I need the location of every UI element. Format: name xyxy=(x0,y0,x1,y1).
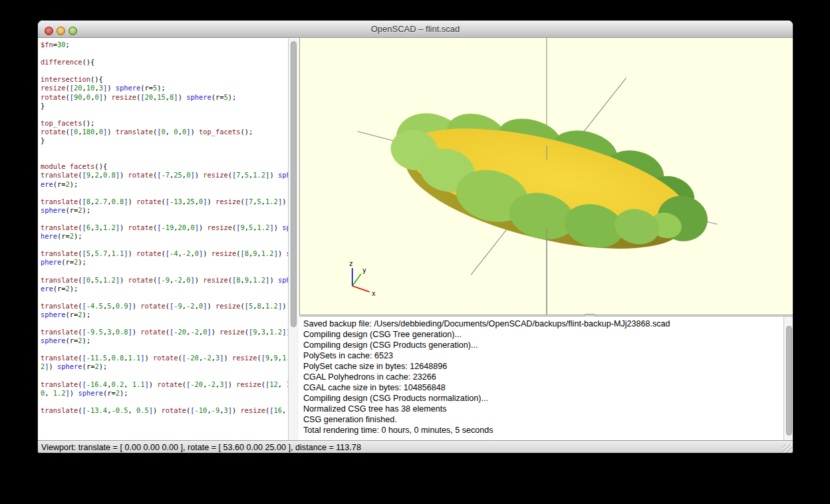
code-line: phere(r=2); xyxy=(41,258,288,267)
axis-label-y: y xyxy=(362,267,366,274)
code-line: translate([-16.4,0.2, 1.1]) rotate([-20,… xyxy=(41,380,288,389)
editor-scrollbar[interactable] xyxy=(288,39,299,440)
code-line: translate([5,5.7,1.1]) rotate([-4,-2,0])… xyxy=(41,249,288,258)
code-line: $fn=30; xyxy=(41,41,288,49)
status-bar: Viewport: translate = [ 0.00 0.00 0.00 ]… xyxy=(38,440,793,453)
code-line: intersection(){ xyxy=(41,75,288,84)
code-line: here(r=2); xyxy=(41,232,288,241)
code-line xyxy=(41,189,288,197)
code-line: difference(){ xyxy=(41,58,288,66)
code-line xyxy=(41,215,288,223)
console-scrollbar[interactable] xyxy=(783,316,793,440)
code-line: translate([-11.5,0.8,1.1]) rotate([-20,-… xyxy=(41,354,288,362)
viewport-canvas: z y x xyxy=(300,38,793,315)
console-line: CGAL Polyhedrons in cache: 23266 xyxy=(303,372,793,382)
console-line: CGAL cache size in bytes: 104856848 xyxy=(303,382,793,393)
console-line: Total rendering time: 0 hours, 0 minutes… xyxy=(303,425,793,436)
code-line: translate([-4.5,5,0.9]) rotate([-9,-2,0]… xyxy=(41,302,288,311)
axis-label-z: z xyxy=(349,260,353,267)
code-line xyxy=(41,372,288,380)
code-line xyxy=(41,110,288,119)
console-line: Compiling design (CSG Products normaliza… xyxy=(303,393,793,404)
code-line xyxy=(41,267,288,275)
code-line: } xyxy=(41,102,288,110)
console-line: Normalized CSG tree has 38 elements xyxy=(303,404,793,414)
code-editor[interactable]: $fn=30; difference(){ intersection(){res… xyxy=(38,39,288,440)
code-line: resize([20,10,3]) sphere(r=5); xyxy=(41,84,288,92)
code-line xyxy=(41,49,288,58)
code-line: translate([6,3,1.2]) rotate([-19,20,0]) … xyxy=(41,223,288,232)
resize-grip[interactable] xyxy=(783,444,792,453)
code-line: translate([-9.5,3,0.8]) rotate([-20,-2,0… xyxy=(41,328,288,336)
console-line: PolySets in cache: 6523 xyxy=(303,350,793,361)
code-line: translate([8,2.7,0.8]) rotate([-13,25,0]… xyxy=(41,197,288,206)
code-line xyxy=(41,345,288,354)
code-line xyxy=(41,145,288,154)
code-line: ere(r=2); xyxy=(41,180,288,189)
code-line xyxy=(41,398,288,406)
console-line: Saved backup file: /Users/debbieding/Doc… xyxy=(303,318,793,329)
code-line: rotate([0,180,0]) translate([0, 0,0]) to… xyxy=(41,128,288,136)
code-line: } xyxy=(41,136,288,145)
console-log[interactable]: Saved backup file: /Users/debbieding/Doc… xyxy=(299,316,793,440)
viewport-status-text: Viewport: translate = [ 0.00 0.00 0.00 ]… xyxy=(41,443,361,452)
code-line xyxy=(41,154,288,162)
console-line: Compiling design (CSG Tree generation)..… xyxy=(303,329,793,340)
console-line: PolySet cache size in bytes: 12648896 xyxy=(303,361,793,372)
code-line: 2]) sphere(r=2); xyxy=(41,362,288,371)
code-line: sphere(r=2); xyxy=(41,311,288,319)
code-line: translate([-13.4,-0.5, 0.5]) rotate([-10… xyxy=(41,406,288,415)
openscad-window: OpenSCAD – flint.scad $fn=30; difference… xyxy=(37,20,793,453)
code-line: translate([0,5,1.2]) rotate([-9,-2,0]) r… xyxy=(41,276,288,285)
window-title: OpenSCAD – flint.scad xyxy=(38,24,793,34)
code-line: 0, 1.2]) sphere(r=2); xyxy=(41,389,288,398)
axis-label-x: x xyxy=(372,290,376,297)
code-line: translate([9,2,0.8]) rotate([-7,25,0]) r… xyxy=(41,171,288,180)
title-bar[interactable]: OpenSCAD – flint.scad xyxy=(38,21,793,38)
viewport-3d[interactable]: z y x xyxy=(299,37,793,315)
console-line: CSG generation finished. xyxy=(303,414,793,425)
code-line xyxy=(41,66,288,75)
console-line: Compiling design (CSG Products generatio… xyxy=(303,340,793,350)
code-line: sphere(r=2); xyxy=(41,336,288,345)
console-scrollbar-thumb[interactable] xyxy=(786,326,792,436)
code-line: sphere(r=2); xyxy=(41,206,288,215)
code-line: module facets(){ xyxy=(41,162,288,171)
editor-scrollbar-thumb[interactable] xyxy=(291,41,297,327)
code-line: top_facets(); xyxy=(41,119,288,128)
code-line: ere(r=2); xyxy=(41,285,288,293)
code-line xyxy=(41,241,288,249)
code-line: rotate([90,0,0]) resize([20,15,8]) spher… xyxy=(41,93,288,102)
code-line xyxy=(41,293,288,302)
code-line xyxy=(41,319,288,328)
